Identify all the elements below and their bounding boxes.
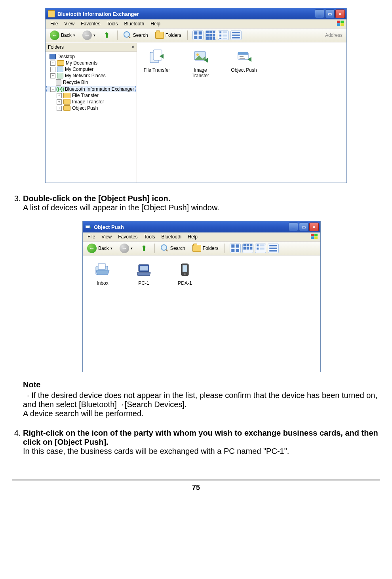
- tree-label: Bluetooth Information Exchanger: [65, 86, 134, 92]
- maximize-button[interactable]: ▭: [325, 10, 335, 18]
- step-3-desc: A list of devices will appear in the [Ob…: [23, 203, 219, 212]
- step-3-title: Double-click on the [Object Push] icon.: [23, 194, 170, 203]
- tree-object-push[interactable]: + Object Push: [46, 105, 136, 111]
- maximize-button[interactable]: ▭: [299, 223, 308, 231]
- search-icon: [124, 31, 131, 39]
- view-button-1[interactable]: [192, 30, 204, 40]
- page-number: 75: [12, 480, 380, 492]
- tree-label: Image Transfer: [72, 99, 104, 105]
- item-inbox[interactable]: Inbox: [87, 262, 118, 286]
- separator: [187, 30, 188, 40]
- view-button-3[interactable]: [218, 30, 229, 40]
- menu-view[interactable]: View: [98, 233, 115, 240]
- svg-rect-28: [240, 56, 244, 57]
- minimize-button[interactable]: _: [289, 223, 298, 231]
- forward-button[interactable]: → ▾: [117, 242, 135, 254]
- item-label: PC-1: [138, 280, 149, 286]
- menu-file[interactable]: File: [47, 20, 61, 27]
- item-label: PDA-1: [178, 280, 192, 286]
- back-label: Back: [61, 32, 72, 38]
- svg-rect-54: [183, 265, 187, 272]
- note-text-1: If the desired device does not appear in…: [23, 391, 377, 409]
- svg-rect-4: [206, 31, 209, 34]
- tree-recycle-bin[interactable]: Recycle Bin: [46, 79, 136, 86]
- window-objectpush-icon: [85, 224, 91, 230]
- up-button[interactable]: ⬆: [137, 243, 151, 254]
- separator: [154, 244, 155, 253]
- toolbar: ← Back ▾ → ▾ ⬆ Search Folders: [46, 29, 346, 42]
- search-button[interactable]: Search: [158, 243, 188, 253]
- close-button[interactable]: ×: [335, 10, 345, 18]
- note-body: · If the desired device does not appear …: [23, 391, 380, 418]
- dropdown-caret-icon: ▾: [131, 246, 133, 250]
- svg-rect-48: [269, 250, 277, 251]
- menu-tools[interactable]: Tools: [104, 20, 121, 27]
- expand-icon[interactable]: +: [57, 93, 62, 98]
- expand-icon[interactable]: +: [57, 106, 62, 111]
- up-arrow-icon: ⬆: [140, 244, 148, 253]
- menu-view[interactable]: View: [61, 20, 78, 27]
- back-button[interactable]: ← Back ▾: [47, 29, 78, 41]
- item-object-push[interactable]: Object Push: [228, 49, 260, 73]
- expand-icon[interactable]: +: [57, 99, 62, 105]
- item-pda-1[interactable]: PDA-1: [169, 262, 201, 286]
- note-text-2: A device search will be performed.: [23, 409, 144, 418]
- image-transfer-icon: [192, 49, 209, 65]
- tree-network-places[interactable]: + My Network Places: [46, 72, 136, 79]
- menu-bluetooth[interactable]: Bluetooth: [121, 20, 148, 27]
- item-pc-1[interactable]: PC-1: [128, 262, 160, 286]
- forward-arrow-icon: →: [120, 244, 129, 253]
- window-folder-icon: [48, 10, 55, 17]
- menu-bluetooth[interactable]: Bluetooth: [158, 233, 185, 240]
- svg-rect-5: [209, 31, 212, 34]
- view-button-1[interactable]: [230, 244, 241, 253]
- separator: [117, 30, 118, 40]
- tree-image-transfer[interactable]: + Image Transfer: [46, 99, 136, 105]
- tree-bluetooth-exchanger[interactable]: − ((•)) Bluetooth Information Exchanger: [46, 86, 136, 92]
- expand-icon[interactable]: +: [50, 61, 55, 66]
- folder-icon: [57, 60, 64, 66]
- menu-file[interactable]: File: [84, 233, 98, 240]
- folders-button[interactable]: Folders: [190, 244, 221, 253]
- forward-arrow-icon: →: [82, 30, 92, 40]
- menu-favorites[interactable]: Favorites: [78, 20, 103, 27]
- back-label: Back: [98, 246, 109, 251]
- up-button[interactable]: ⬆: [100, 30, 114, 41]
- menu-tools[interactable]: Tools: [141, 233, 158, 240]
- svg-rect-13: [219, 31, 221, 33]
- menu-help[interactable]: Help: [185, 233, 201, 240]
- collapse-icon[interactable]: −: [50, 87, 55, 92]
- menu-favorites[interactable]: Favorites: [115, 233, 141, 240]
- view-button-2[interactable]: [205, 30, 216, 40]
- item-image-transfer[interactable]: Image Transfer: [185, 49, 216, 78]
- search-button[interactable]: Search: [121, 30, 151, 40]
- dropdown-caret-icon: ▾: [110, 246, 112, 250]
- expand-icon[interactable]: +: [50, 73, 55, 78]
- menu-help[interactable]: Help: [147, 20, 164, 27]
- folders-button[interactable]: Folders: [152, 30, 184, 40]
- tree-my-documents[interactable]: + My Documents: [46, 60, 136, 66]
- tree-file-transfer[interactable]: + File Transfer: [46, 92, 136, 99]
- tree-label: My Computer: [65, 67, 93, 72]
- svg-rect-6: [213, 31, 215, 34]
- item-file-transfer[interactable]: File Transfer: [141, 49, 173, 73]
- titlebar: Object Push _ ▭ ×: [83, 221, 320, 232]
- forward-button[interactable]: → ▾: [80, 29, 98, 41]
- view-button-2[interactable]: [242, 244, 253, 253]
- folders-label: Folders: [166, 32, 181, 38]
- address-label: Address: [325, 32, 345, 38]
- expand-icon[interactable]: +: [50, 67, 55, 72]
- view-button-4[interactable]: [230, 30, 242, 40]
- tree-my-computer[interactable]: + My Computer: [46, 66, 136, 72]
- search-label: Search: [170, 246, 185, 251]
- close-pane-button[interactable]: ×: [131, 44, 134, 50]
- minimize-button[interactable]: _: [315, 10, 324, 18]
- tree-desktop[interactable]: Desktop: [46, 53, 136, 60]
- view-button-4[interactable]: [268, 244, 279, 253]
- item-label: Object Push: [231, 67, 257, 73]
- svg-rect-39: [243, 247, 246, 250]
- close-button[interactable]: ×: [309, 223, 319, 231]
- back-button[interactable]: ← Back ▾: [84, 242, 115, 254]
- separator: [225, 244, 225, 253]
- view-button-3[interactable]: [255, 244, 266, 253]
